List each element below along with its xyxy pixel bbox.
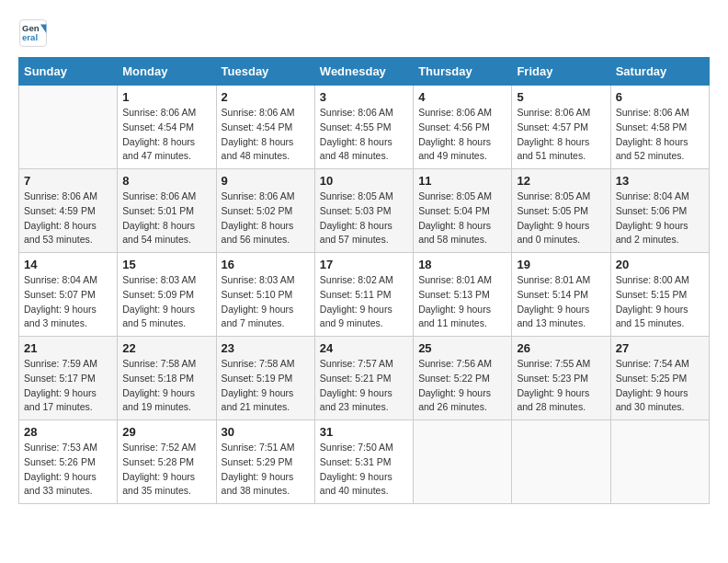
weekday-header: Saturday (610, 58, 709, 86)
calendar-cell: 17Sunrise: 8:02 AMSunset: 5:11 PMDayligh… (314, 253, 413, 337)
calendar-cell: 11Sunrise: 8:05 AMSunset: 5:04 PMDayligh… (414, 169, 512, 253)
day-number: 15 (122, 258, 210, 271)
day-number: 14 (24, 258, 112, 271)
day-number: 27 (616, 341, 704, 355)
logo-icon: Gen eral (18, 18, 48, 48)
calendar-cell: 15Sunrise: 8:03 AMSunset: 5:09 PMDayligh… (118, 253, 216, 337)
day-info: Sunrise: 8:03 AMSunset: 5:10 PMDaylight:… (222, 273, 310, 331)
day-number: 13 (616, 174, 704, 188)
weekday-header: Wednesday (314, 58, 413, 86)
calendar-cell: 7Sunrise: 8:06 AMSunset: 4:59 PMDaylight… (19, 169, 118, 253)
calendar-cell: 6Sunrise: 8:06 AMSunset: 4:58 PMDaylight… (610, 86, 709, 169)
weekday-header: Tuesday (216, 58, 314, 86)
day-number: 8 (122, 174, 210, 188)
calendar-cell: 23Sunrise: 7:58 AMSunset: 5:19 PMDayligh… (216, 337, 314, 420)
day-info: Sunrise: 8:05 AMSunset: 5:04 PMDaylight:… (418, 190, 506, 247)
day-info: Sunrise: 8:06 AMSunset: 5:01 PMDaylight:… (122, 190, 210, 247)
calendar-cell: 4Sunrise: 8:06 AMSunset: 4:56 PMDaylight… (414, 86, 512, 169)
day-info: Sunrise: 8:02 AMSunset: 5:11 PMDaylight:… (320, 273, 408, 331)
day-number: 2 (222, 90, 310, 104)
calendar-cell: 5Sunrise: 8:06 AMSunset: 4:57 PMDaylight… (512, 86, 610, 169)
day-info: Sunrise: 8:06 AMSunset: 4:54 PMDaylight:… (122, 106, 210, 164)
calendar-cell: 24Sunrise: 7:57 AMSunset: 5:21 PMDayligh… (314, 337, 413, 420)
day-number: 23 (222, 341, 310, 355)
day-info: Sunrise: 7:57 AMSunset: 5:21 PMDaylight:… (320, 357, 408, 415)
day-number: 18 (418, 258, 506, 271)
day-number: 25 (418, 341, 506, 355)
weekday-header: Thursday (414, 58, 512, 86)
day-number: 20 (616, 258, 704, 271)
day-info: Sunrise: 8:04 AMSunset: 5:06 PMDaylight:… (616, 190, 704, 247)
page-header: Gen eral (18, 18, 710, 48)
calendar-header-row: SundayMondayTuesdayWednesdayThursdayFrid… (19, 58, 710, 86)
day-number: 28 (24, 425, 112, 439)
day-info: Sunrise: 7:55 AMSunset: 5:23 PMDaylight:… (517, 357, 605, 415)
day-info: Sunrise: 8:06 AMSunset: 4:58 PMDaylight:… (616, 106, 704, 164)
day-info: Sunrise: 8:06 AMSunset: 4:57 PMDaylight:… (517, 106, 605, 164)
logo: Gen eral (18, 18, 53, 48)
calendar-cell: 27Sunrise: 7:54 AMSunset: 5:25 PMDayligh… (610, 337, 709, 420)
day-info: Sunrise: 8:04 AMSunset: 5:07 PMDaylight:… (24, 273, 112, 331)
day-info: Sunrise: 7:51 AMSunset: 5:29 PMDaylight:… (222, 441, 310, 499)
calendar-cell: 21Sunrise: 7:59 AMSunset: 5:17 PMDayligh… (19, 337, 118, 420)
day-info: Sunrise: 7:56 AMSunset: 5:22 PMDaylight:… (418, 357, 506, 415)
day-number: 3 (320, 90, 408, 104)
calendar-cell: 25Sunrise: 7:56 AMSunset: 5:22 PMDayligh… (414, 337, 512, 420)
calendar-week-row: 14Sunrise: 8:04 AMSunset: 5:07 PMDayligh… (19, 253, 710, 337)
day-number: 22 (122, 341, 210, 355)
calendar-cell: 12Sunrise: 8:05 AMSunset: 5:05 PMDayligh… (512, 169, 610, 253)
day-info: Sunrise: 7:58 AMSunset: 5:19 PMDaylight:… (222, 357, 310, 415)
day-info: Sunrise: 7:53 AMSunset: 5:26 PMDaylight:… (24, 441, 112, 499)
calendar-week-row: 28Sunrise: 7:53 AMSunset: 5:26 PMDayligh… (19, 420, 710, 504)
calendar-week-row: 7Sunrise: 8:06 AMSunset: 4:59 PMDaylight… (19, 169, 710, 253)
calendar-cell (610, 420, 709, 504)
calendar-cell: 14Sunrise: 8:04 AMSunset: 5:07 PMDayligh… (19, 253, 118, 337)
day-number: 6 (616, 90, 704, 104)
day-info: Sunrise: 8:06 AMSunset: 4:56 PMDaylight:… (418, 106, 506, 164)
calendar-cell: 29Sunrise: 7:52 AMSunset: 5:28 PMDayligh… (118, 420, 216, 504)
day-info: Sunrise: 8:06 AMSunset: 5:02 PMDaylight:… (222, 190, 310, 247)
calendar-cell: 1Sunrise: 8:06 AMSunset: 4:54 PMDaylight… (118, 86, 216, 169)
calendar-cell: 20Sunrise: 8:00 AMSunset: 5:15 PMDayligh… (610, 253, 709, 337)
weekday-header: Monday (118, 58, 216, 86)
calendar-cell: 31Sunrise: 7:50 AMSunset: 5:31 PMDayligh… (314, 420, 413, 504)
day-info: Sunrise: 7:54 AMSunset: 5:25 PMDaylight:… (616, 357, 704, 415)
day-info: Sunrise: 7:52 AMSunset: 5:28 PMDaylight:… (122, 441, 210, 499)
day-number: 1 (122, 90, 210, 104)
day-number: 19 (517, 258, 605, 271)
day-number: 29 (122, 425, 210, 439)
calendar-cell (512, 420, 610, 504)
day-info: Sunrise: 8:06 AMSunset: 4:54 PMDaylight:… (222, 106, 310, 164)
day-number: 5 (517, 90, 605, 104)
calendar-cell: 19Sunrise: 8:01 AMSunset: 5:14 PMDayligh… (512, 253, 610, 337)
day-number: 31 (320, 425, 408, 439)
calendar-cell: 30Sunrise: 7:51 AMSunset: 5:29 PMDayligh… (216, 420, 314, 504)
calendar-cell: 2Sunrise: 8:06 AMSunset: 4:54 PMDaylight… (216, 86, 314, 169)
day-info: Sunrise: 8:00 AMSunset: 5:15 PMDaylight:… (616, 273, 704, 331)
day-number: 4 (418, 90, 506, 104)
day-info: Sunrise: 8:01 AMSunset: 5:13 PMDaylight:… (418, 273, 506, 331)
day-info: Sunrise: 8:05 AMSunset: 5:05 PMDaylight:… (517, 190, 605, 247)
day-number: 16 (222, 258, 310, 271)
day-info: Sunrise: 8:06 AMSunset: 4:55 PMDaylight:… (320, 106, 408, 164)
day-number: 11 (418, 174, 506, 188)
day-number: 30 (222, 425, 310, 439)
calendar-cell: 28Sunrise: 7:53 AMSunset: 5:26 PMDayligh… (19, 420, 118, 504)
calendar-cell: 22Sunrise: 7:58 AMSunset: 5:18 PMDayligh… (118, 337, 216, 420)
day-number: 10 (320, 174, 408, 188)
day-info: Sunrise: 7:50 AMSunset: 5:31 PMDaylight:… (320, 441, 408, 499)
calendar-week-row: 1Sunrise: 8:06 AMSunset: 4:54 PMDaylight… (19, 86, 710, 169)
calendar-cell: 26Sunrise: 7:55 AMSunset: 5:23 PMDayligh… (512, 337, 610, 420)
day-info: Sunrise: 8:01 AMSunset: 5:14 PMDaylight:… (517, 273, 605, 331)
day-info: Sunrise: 8:05 AMSunset: 5:03 PMDaylight:… (320, 190, 408, 247)
calendar-week-row: 21Sunrise: 7:59 AMSunset: 5:17 PMDayligh… (19, 337, 710, 420)
day-number: 21 (24, 341, 112, 355)
day-number: 26 (517, 341, 605, 355)
calendar-cell: 8Sunrise: 8:06 AMSunset: 5:01 PMDaylight… (118, 169, 216, 253)
weekday-header: Sunday (19, 58, 118, 86)
calendar-cell (19, 86, 118, 169)
calendar-cell: 16Sunrise: 8:03 AMSunset: 5:10 PMDayligh… (216, 253, 314, 337)
day-number: 12 (517, 174, 605, 188)
weekday-header: Friday (512, 58, 610, 86)
day-info: Sunrise: 7:58 AMSunset: 5:18 PMDaylight:… (122, 357, 210, 415)
